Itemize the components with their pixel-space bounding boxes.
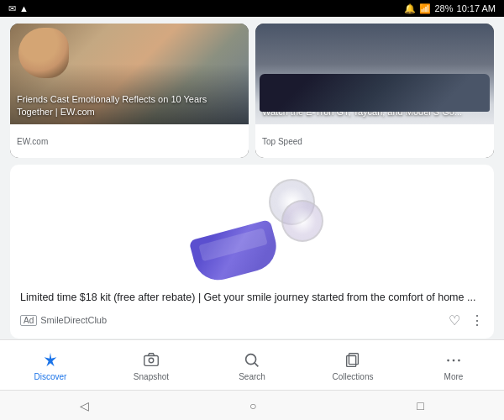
card-1-source: EW.com — [17, 137, 48, 146]
svg-point-8 — [458, 360, 460, 362]
svg-point-7 — [453, 360, 455, 362]
email-icon: ✉ — [8, 3, 16, 14]
svg-point-6 — [447, 360, 449, 362]
svg-line-3 — [255, 363, 258, 366]
svg-point-1 — [149, 358, 154, 363]
card-car[interactable]: Watch the E-Tron GT, Taycan, and Model S… — [255, 24, 494, 158]
discover-icon — [41, 350, 60, 370]
battery-text: 28% — [434, 3, 453, 13]
card-2-source: Top Speed — [262, 137, 302, 146]
phone-screen: Friends Cast Emotionally Reflects on 10 … — [0, 17, 504, 420]
more-dots-icon — [444, 350, 463, 370]
ad-product-image — [176, 175, 328, 284]
svg-rect-4 — [347, 356, 356, 367]
card-1-title: Friends Cast Emotionally Reflects on 10 … — [17, 93, 242, 118]
svg-rect-0 — [144, 356, 159, 366]
home-button[interactable]: ○ — [249, 399, 256, 412]
status-left-icons: ✉ ▲ — [8, 3, 29, 14]
nav-discover[interactable]: Discover — [25, 350, 76, 381]
card-2-image: Watch the E-Tron GT, Taycan, and Model S… — [255, 24, 494, 124]
alert-icon: ▲ — [19, 3, 29, 13]
ad-card[interactable]: Limited time $18 kit (free after rebate)… — [10, 165, 494, 339]
svg-rect-5 — [349, 354, 358, 365]
like-icon[interactable]: ♡ — [449, 312, 460, 328]
bottom-nav: Discover Snapshot Search — [0, 339, 504, 390]
nav-more[interactable]: More — [428, 350, 479, 381]
card-friends-cast[interactable]: Friends Cast Emotionally Reflects on 10 … — [10, 24, 249, 158]
ad-advertiser: SmileDirectClub — [40, 315, 107, 325]
nav-search[interactable]: Search — [227, 350, 277, 381]
cards-row: Friends Cast Emotionally Reflects on 10 … — [10, 24, 494, 158]
snapshot-icon — [142, 350, 160, 370]
status-right-icons: 🔔 📶 28% 10:17 AM — [404, 3, 496, 14]
nav-collections[interactable]: Collections — [328, 350, 378, 381]
product-container-2 — [281, 200, 323, 242]
recent-button[interactable]: □ — [417, 399, 423, 412]
collections-icon — [344, 350, 362, 370]
nav-snapshot[interactable]: Snapshot — [126, 350, 176, 381]
card-1-footer: EW.com — [10, 124, 249, 158]
ad-source: Ad SmileDirectClub — [20, 315, 107, 326]
notification-icon: 🔔 — [404, 3, 416, 14]
content-area: Friends Cast Emotionally Reflects on 10 … — [0, 17, 504, 339]
dental-tray — [189, 219, 282, 286]
android-nav-bar: ◁ ○ □ — [0, 390, 504, 420]
ad-text: Limited time $18 kit (free after rebate)… — [20, 291, 484, 306]
status-bar: ✉ ▲ 🔔 📶 28% 10:17 AM — [0, 0, 504, 17]
svg-point-2 — [246, 354, 256, 365]
more-icon[interactable]: ⋮ — [470, 312, 484, 328]
card-2-title: Watch the E-Tron GT, Taycan, and Model S… — [262, 106, 487, 118]
collections-label: Collections — [333, 372, 374, 381]
ad-badge: Ad — [20, 315, 37, 326]
time-text: 10:17 AM — [457, 3, 496, 13]
snapshot-label: Snapshot — [134, 372, 169, 381]
signal-icon: 📶 — [419, 3, 431, 14]
back-button[interactable]: ◁ — [80, 399, 89, 412]
ad-meta: Ad SmileDirectClub ♡ ⋮ — [20, 312, 484, 328]
discover-label: Discover — [34, 372, 67, 381]
ad-actions: ♡ ⋮ — [449, 312, 484, 328]
more-label: More — [444, 372, 464, 381]
search-icon — [243, 350, 261, 370]
card-1-image: Friends Cast Emotionally Reflects on 10 … — [10, 24, 249, 124]
card-2-footer: Top Speed — [255, 124, 494, 158]
search-label: Search — [239, 372, 265, 381]
